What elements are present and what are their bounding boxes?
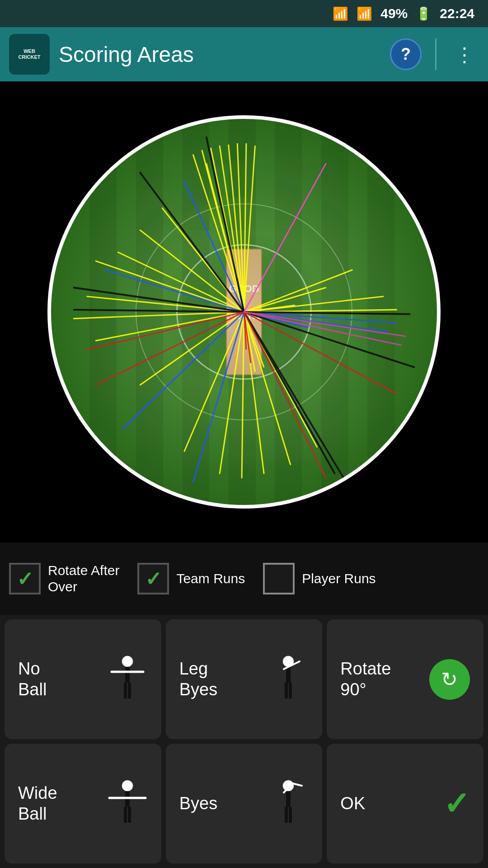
byes-button[interactable]: Byes [166,744,323,863]
ok-label: OK [340,793,365,814]
label-rotate-after-over: Rotate After Over [48,562,119,595]
status-bar: 📶 📶 49% 🔋 22:24 [0,0,488,27]
ok-check-icon: ✓ [443,785,470,822]
svg-rect-59 [124,683,127,698]
svg-line-34 [122,312,244,429]
no-ball-label: NoBall [18,659,47,700]
svg-point-71 [283,780,294,791]
umpire-wide-ball-icon [107,779,148,829]
svg-point-56 [122,656,133,667]
rotate-90-button[interactable]: Rotate90° ↻ [327,619,483,739]
svg-rect-70 [128,807,131,823]
shot-lines [51,119,437,505]
rotate-icon: ↻ [429,659,470,700]
app-logo: WEB CRICKET [9,34,50,75]
svg-rect-64 [285,683,288,698]
svg-rect-60 [128,683,131,698]
signal-icon: 📶 [357,6,372,21]
option-player-runs: Player Runs [263,563,375,594]
svg-line-50 [244,312,326,478]
app-bar: WEB CRICKET Scoring Areas ? ⋮ [0,27,488,81]
label-player-runs: Player Runs [302,571,375,587]
wide-ball-button[interactable]: WideBall [5,744,161,863]
wifi-icon: 📶 [333,6,348,21]
svg-rect-65 [289,683,292,698]
rotate-90-label: Rotate90° [340,659,391,700]
svg-line-20 [242,312,244,478]
svg-line-22 [244,312,291,465]
options-row: ✓ Rotate After Over ✓ Team Runs Player R… [0,542,488,615]
byes-label: Byes [179,793,217,814]
umpire-byes-icon [268,779,309,829]
option-rotate-after-over: ✓ Rotate After Over [9,562,119,595]
leg-byes-label: LegByes [179,659,217,700]
help-button[interactable]: ? [390,38,422,70]
svg-line-9 [244,288,326,312]
umpire-no-ball-icon [107,655,148,704]
divider [435,38,436,70]
buttons-grid: NoBall LegByes Rotate90° ↻ WideBall [0,615,488,868]
svg-rect-62 [286,667,291,683]
svg-rect-72 [286,791,291,807]
clock: 22:24 [440,6,474,21]
svg-rect-57 [125,667,130,683]
field-area: GOOD SHORT [0,81,488,542]
svg-line-74 [293,783,302,786]
svg-rect-76 [289,807,292,823]
app-title: Scoring Areas [59,42,381,67]
battery-icon: 🔋 [416,6,432,21]
umpire-leg-byes-icon [268,655,309,704]
checkbox-player-runs[interactable] [263,563,295,594]
svg-point-66 [122,780,133,791]
svg-line-48 [95,312,244,385]
no-ball-button[interactable]: NoBall [5,619,161,739]
cricket-field[interactable]: GOOD SHORT [47,115,441,509]
svg-line-19 [220,312,244,474]
wide-ball-label: WideBall [18,783,57,824]
leg-byes-button[interactable]: LegByes [166,619,323,739]
svg-rect-75 [285,807,288,823]
checkbox-team-runs[interactable]: ✓ [137,563,169,594]
checkmark-rotate: ✓ [17,567,33,590]
label-team-runs: Team Runs [176,571,245,587]
svg-line-53 [244,163,326,312]
svg-line-55 [244,312,401,345]
svg-line-45 [244,312,344,478]
checkmark-team: ✓ [145,567,162,590]
battery-level: 49% [380,6,408,21]
svg-line-35 [193,312,244,483]
svg-line-54 [244,312,406,336]
checkbox-rotate-after-over[interactable]: ✓ [9,563,41,594]
option-team-runs: ✓ Team Runs [137,563,245,594]
more-button[interactable]: ⋮ [450,43,479,66]
ok-button[interactable]: OK ✓ [327,744,483,863]
svg-rect-69 [124,807,127,823]
